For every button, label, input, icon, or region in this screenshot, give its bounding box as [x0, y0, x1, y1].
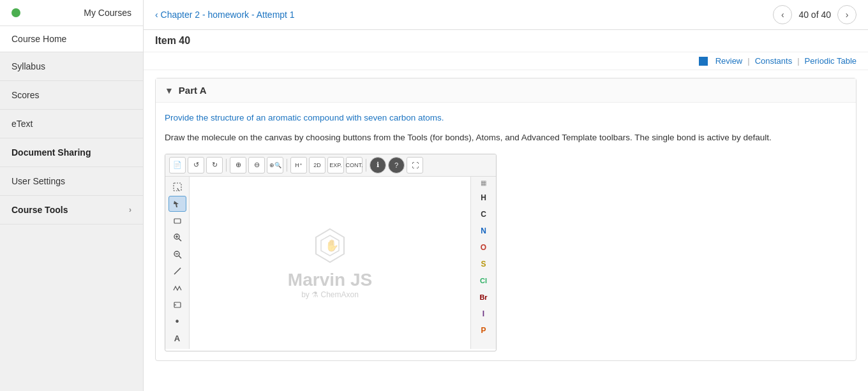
links-bar: Review | Constants | Periodic Table	[144, 52, 868, 70]
sidebar-item-my-courses-label: My Courses	[84, 8, 131, 18]
expand-button[interactable]: EXP.	[327, 157, 344, 173]
breadcrumb-text: Chapter 2 - homework - Attempt 1	[161, 10, 295, 20]
svg-rect-0	[174, 183, 181, 191]
toolbar-separator-1	[226, 159, 227, 172]
pagination-area: ‹ 40 of 40 ›	[773, 5, 857, 24]
right-atoms-panel: ▦ H C N O S Cl Br I P	[470, 177, 496, 349]
review-icon	[699, 57, 708, 66]
syllabus-label: Syllabus	[11, 61, 45, 71]
course-home-label: Course Home	[11, 34, 66, 44]
left-tools-panel: • A	[165, 177, 190, 349]
sidebar-item-my-courses[interactable]: My Courses	[0, 0, 143, 26]
periodic-table-link[interactable]: Periodic Table	[805, 56, 857, 66]
contract-button[interactable]: CONT.	[346, 157, 363, 173]
toolbar-separator-2	[287, 159, 287, 172]
2d-clean-button[interactable]: 2D	[309, 157, 326, 173]
review-link[interactable]: Review	[715, 56, 743, 66]
toolbar-separator-3	[366, 159, 366, 172]
sidebar-item-course-tools[interactable]: Course Tools ›	[0, 196, 143, 225]
atom-N-button[interactable]: N	[475, 223, 493, 239]
main-content: ‹ Chapter 2 - homework - Attempt 1 ‹ 40 …	[144, 0, 868, 391]
svg-line-9	[179, 256, 181, 258]
new-button[interactable]: 📄	[169, 157, 186, 173]
instruction-text: Provide the structure of an aromatic com…	[165, 112, 847, 124]
help-button[interactable]: ?	[388, 157, 405, 173]
zoom-out-button[interactable]: ⊖	[248, 157, 265, 173]
draw-area[interactable]: ✋ Marvin JS by ⚗ ChemAxon	[190, 177, 470, 349]
sidebar-item-syllabus[interactable]: Syllabus	[0, 52, 143, 81]
fullscreen-button[interactable]: ⛶	[407, 157, 423, 173]
atom-button[interactable]: •	[168, 314, 186, 329]
svg-line-11	[174, 268, 181, 274]
lasso-select-button[interactable]	[168, 179, 186, 195]
svg-text:✋: ✋	[325, 239, 340, 253]
sidebar-item-user-settings[interactable]: User Settings	[0, 167, 143, 196]
part-title: Part A	[179, 85, 207, 96]
constants-link[interactable]: Constants	[755, 56, 793, 66]
undo-button[interactable]: ↺	[188, 157, 204, 173]
atom-S-button[interactable]: S	[475, 256, 493, 272]
marvin-logo-text: Marvin JS	[288, 270, 372, 290]
svg-line-1	[177, 188, 179, 191]
part-header: ▼ Part A	[156, 78, 856, 103]
atom-map-button[interactable]: H⁺	[290, 157, 307, 173]
atom-Cl-button[interactable]: Cl	[475, 273, 493, 288]
atom-C-button[interactable]: C	[475, 207, 493, 222]
zoom-out-left-button[interactable]	[168, 247, 186, 262]
atom-P-button[interactable]: P	[475, 323, 493, 338]
sidebar: My Courses Course Home Syllabus Scores e…	[0, 0, 144, 391]
next-item-button[interactable]: ›	[837, 5, 857, 24]
atom-grid-icon: ▦	[481, 179, 486, 186]
text-button[interactable]: A	[168, 330, 186, 346]
atom-Br-button[interactable]: Br	[475, 290, 493, 305]
part-collapse-arrow-icon[interactable]: ▼	[165, 85, 174, 96]
chain-bond-button[interactable]	[168, 280, 186, 295]
part-body: Provide the structure of an aromatic com…	[156, 103, 856, 360]
breadcrumb-chevron-icon: ‹	[155, 10, 161, 20]
marvin-canvas[interactable]: 📄 ↺ ↻ ⊕ ⊖ ⊕🔍 H⁺ 2D EXP. CONT. ℹ	[165, 154, 497, 351]
eraser-button[interactable]	[168, 213, 186, 228]
item-label: Item 40	[144, 33, 868, 49]
marvin-body: • A ✋	[165, 177, 496, 349]
sidebar-item-course-home[interactable]: Course Home	[0, 26, 143, 52]
atom-O-button[interactable]: O	[475, 240, 493, 255]
my-courses-dot	[11, 8, 20, 17]
zoom-in-button[interactable]: ⊕	[230, 157, 246, 173]
etext-label: eText	[11, 119, 33, 129]
zoom-reset-button[interactable]: ⊕🔍	[267, 157, 283, 173]
atom-I-button[interactable]: I	[475, 306, 493, 321]
marvin-toolbar: 📄 ↺ ↻ ⊕ ⊖ ⊕🔍 H⁺ 2D EXP. CONT. ℹ	[165, 154, 496, 177]
course-tools-label: Course Tools	[11, 205, 68, 215]
breadcrumb[interactable]: ‹ Chapter 2 - homework - Attempt 1	[155, 10, 295, 20]
content-area[interactable]: Review | Constants | Periodic Table ▼ Pa…	[144, 52, 868, 391]
document-sharing-label: Document Sharing	[11, 147, 91, 158]
sidebar-item-document-sharing[interactable]: Document Sharing	[0, 138, 143, 167]
redo-button[interactable]: ↻	[206, 157, 223, 173]
arrow-select-button[interactable]	[168, 196, 186, 212]
description-text: Draw the molecule on the canvas by choos…	[165, 131, 847, 145]
prev-item-button[interactable]: ‹	[773, 5, 792, 24]
single-bond-button[interactable]	[168, 263, 186, 279]
ring-button[interactable]	[168, 297, 186, 313]
part-section: ▼ Part A Provide the structure of an aro…	[155, 78, 857, 361]
course-tools-chevron-icon: ›	[129, 205, 131, 214]
marvin-logo: ✋ Marvin JS by ⚗ ChemAxon	[288, 226, 372, 299]
svg-rect-3	[174, 219, 181, 223]
header-bar: ‹ Chapter 2 - homework - Attempt 1 ‹ 40 …	[144, 0, 868, 30]
scores-label: Scores	[11, 90, 40, 100]
atom-H-button[interactable]: H	[475, 190, 493, 205]
sidebar-item-scores[interactable]: Scores	[0, 81, 143, 110]
user-settings-label: User Settings	[11, 176, 65, 186]
svg-line-5	[179, 239, 181, 241]
zoom-in-left-button[interactable]	[168, 230, 186, 245]
sidebar-item-etext[interactable]: eText	[0, 110, 143, 138]
marvin-logo-sub: by ⚗ ChemAxon	[301, 290, 359, 299]
page-count: 40 of 40	[798, 10, 831, 20]
svg-marker-2	[174, 201, 179, 207]
info-button[interactable]: ℹ	[370, 157, 386, 173]
marvin-hex-icon: ✋	[311, 226, 349, 265]
